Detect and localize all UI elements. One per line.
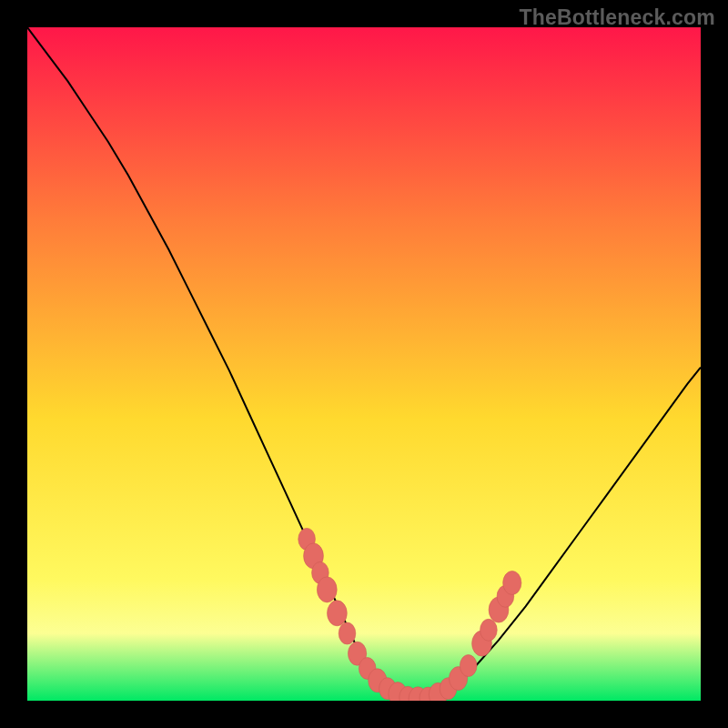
curve-marker bbox=[480, 619, 498, 641]
curve-marker bbox=[503, 571, 521, 595]
curve-marker bbox=[317, 577, 337, 602]
gradient-background bbox=[27, 27, 701, 701]
curve-marker bbox=[328, 601, 348, 626]
curve-marker bbox=[339, 622, 356, 644]
curve-marker bbox=[460, 655, 477, 677]
plot-area bbox=[27, 27, 701, 701]
watermark-text: TheBottleneck.com bbox=[519, 5, 715, 30]
chart-frame: TheBottleneck.com bbox=[0, 0, 728, 728]
bottleneck-chart bbox=[27, 27, 701, 701]
